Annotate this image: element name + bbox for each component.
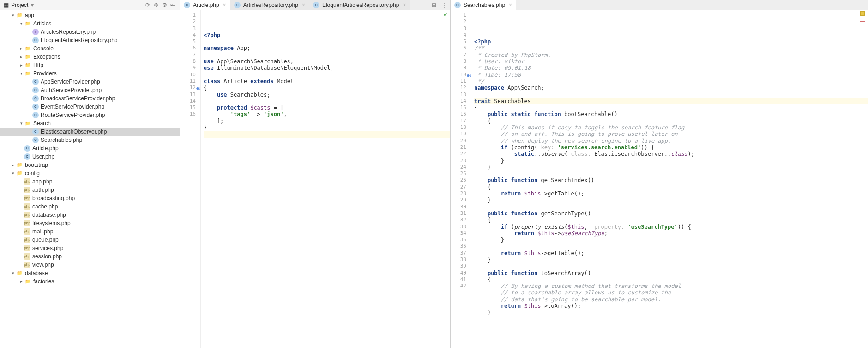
tree-item[interactable]: ▾📁config <box>0 169 180 177</box>
code-line[interactable]: } <box>474 309 868 316</box>
tree-item[interactable]: ▾📁Articles <box>0 19 180 28</box>
code-line[interactable]: namespace App\Search; <box>474 85 868 91</box>
project-tree[interactable]: ▾📁app▾📁ArticlesIArticlesRepository.phpCE… <box>0 10 180 348</box>
code-line[interactable] <box>474 204 868 210</box>
code-line[interactable]: * User: viktor <box>474 58 868 65</box>
locate-icon[interactable]: ✥ <box>152 2 160 8</box>
tree-item[interactable]: CRouteServiceProvider.php <box>0 111 180 119</box>
code-line[interactable]: */ <box>474 78 868 85</box>
code-line[interactable]: use App\Search\Searchables; <box>204 58 450 65</box>
tree-arrow[interactable]: ▸ <box>10 161 16 169</box>
code-line[interactable]: * Created by PhpStorm. <box>474 52 868 58</box>
tree-item[interactable]: ▸📁factories <box>0 277 180 286</box>
tree-item[interactable]: CAppServiceProvider.php <box>0 78 180 86</box>
tree-item[interactable]: ▾📁Providers <box>0 69 180 78</box>
tree-arrow[interactable]: ▾ <box>18 69 24 78</box>
code-line[interactable]: trait Searchables <box>474 98 868 104</box>
code-line[interactable]: // to a searchable array allows us to cu… <box>474 289 868 296</box>
editor-tab[interactable]: CArticle.php× <box>180 0 230 10</box>
code-line[interactable]: protected $casts = [ <box>204 104 450 111</box>
tree-item[interactable]: ▾📁Search <box>0 119 180 128</box>
code-line[interactable]: use Searchables; <box>204 92 450 98</box>
tree-arrow[interactable]: ▾ <box>10 269 16 277</box>
tree-arrow[interactable]: ▸ <box>18 277 24 286</box>
code-line[interactable]: } <box>474 197 868 203</box>
tree-item[interactable]: ▸📁Exceptions <box>0 53 180 61</box>
tree-item[interactable]: phpmail.php <box>0 227 180 236</box>
code-line[interactable]: if (property_exists($this, property: 'us… <box>474 224 868 230</box>
code-line[interactable] <box>474 243 868 250</box>
editor-tab[interactable]: CEloquentArticlesRepository.php× <box>309 0 410 10</box>
tree-item[interactable]: ▾📁database <box>0 269 180 277</box>
code-line[interactable]: // when deploy the new search engine to … <box>474 138 868 144</box>
tree-item[interactable]: phpqueue.php <box>0 236 180 244</box>
code-line[interactable]: return $this->getTable(); <box>474 190 868 197</box>
code-line[interactable]: public static function bootSearchable() <box>474 111 868 117</box>
code-line[interactable]: return $this->useSearchType; <box>474 230 868 237</box>
code-line[interactable]: } <box>204 124 450 131</box>
tree-item[interactable]: phpapp.php <box>0 177 180 186</box>
refresh-icon[interactable]: ⟳ <box>144 2 152 8</box>
code-line[interactable] <box>204 52 450 58</box>
code-line[interactable]: } <box>474 237 868 243</box>
tree-item[interactable]: phpsession.php <box>0 252 180 261</box>
hide-icon[interactable]: ⇤ <box>169 2 177 8</box>
tree-arrow[interactable]: ▾ <box>18 19 24 28</box>
tree-item[interactable]: CUser.php <box>0 153 180 161</box>
code-line[interactable]: <?php <box>474 38 868 45</box>
code-line[interactable]: return $this->getTable(); <box>474 250 868 256</box>
tree-arrow[interactable]: ▸ <box>18 61 24 69</box>
code-line[interactable]: { <box>204 85 450 91</box>
tree-item[interactable]: phpcache.php <box>0 202 180 211</box>
code-line[interactable] <box>204 72 450 78</box>
code-line[interactable] <box>204 98 450 104</box>
code-right[interactable]: <?php/** * Created by PhpStorm. * User: … <box>471 10 868 348</box>
code-line[interactable]: if (config( key: 'services.search.enable… <box>474 144 868 151</box>
tree-item[interactable]: CElasticsearchObserver.php <box>0 128 180 136</box>
code-line[interactable]: } <box>474 164 868 171</box>
code-line[interactable]: { <box>474 276 868 283</box>
code-line[interactable] <box>474 263 868 269</box>
tree-item[interactable]: ▸📁Http <box>0 61 180 69</box>
code-line[interactable] <box>204 131 450 137</box>
code-line[interactable]: // This makes it easy to toggle the sear… <box>474 124 868 131</box>
code-line[interactable]: namespace App; <box>204 45 450 51</box>
chevron-down-icon[interactable]: ▾ <box>31 2 34 8</box>
code-line[interactable] <box>474 92 868 98</box>
code-line[interactable]: // By having a custom method that transf… <box>474 283 868 289</box>
code-line[interactable]: { <box>474 184 868 190</box>
tree-item[interactable]: IArticlesRepository.php <box>0 28 180 36</box>
code-line[interactable]: use Illuminate\Database\Eloquent\Model; <box>204 65 450 71</box>
code-line[interactable]: /** <box>474 45 868 51</box>
code-line[interactable] <box>204 38 450 45</box>
code-line[interactable]: return $this->toArray(); <box>474 303 868 309</box>
editor-tab[interactable]: CSearchables.php× <box>451 0 516 10</box>
code-line[interactable]: // data that's going to be searchable pe… <box>474 296 868 303</box>
code-line[interactable]: * Date: 09.01.18 <box>474 65 868 71</box>
tree-arrow[interactable]: ▾ <box>10 11 16 19</box>
tree-item[interactable]: CEventServiceProvider.php <box>0 103 180 111</box>
tree-item[interactable]: CSearchables.php <box>0 136 180 144</box>
tree-item[interactable]: phpauth.php <box>0 186 180 194</box>
code-line[interactable] <box>474 171 868 177</box>
tree-item[interactable]: ▸📁Console <box>0 44 180 53</box>
tree-arrow[interactable]: ▾ <box>10 169 16 177</box>
code-line[interactable]: public function getSearchIndex() <box>474 177 868 183</box>
code-line[interactable]: public function getSearchType() <box>474 210 868 217</box>
code-line[interactable]: static::observe( class: ElasticsearchObs… <box>474 151 868 157</box>
code-line[interactable]: ]; <box>204 118 450 124</box>
code-line[interactable]: { <box>474 118 868 124</box>
tree-item[interactable]: phpservices.php <box>0 244 180 252</box>
tree-item[interactable]: phpview.php <box>0 261 180 269</box>
close-icon[interactable]: × <box>223 2 226 8</box>
code-line[interactable]: <?php <box>204 32 450 38</box>
code-line[interactable]: { <box>474 104 868 111</box>
split-icon[interactable]: ⊟ <box>429 0 439 10</box>
code-line[interactable]: // on and off. This is going to prove us… <box>474 131 868 137</box>
tree-item[interactable]: CArticle.php <box>0 144 180 153</box>
code-left[interactable]: ✔ <?php namespace App; use App\Search\Se… <box>201 10 450 348</box>
code-line[interactable]: class Article extends Model <box>204 78 450 85</box>
tree-item[interactable]: CEloquentArticlesRepository.php <box>0 36 180 44</box>
tree-item[interactable]: phpfilesystems.php <box>0 219 180 227</box>
close-icon[interactable]: × <box>509 2 512 8</box>
